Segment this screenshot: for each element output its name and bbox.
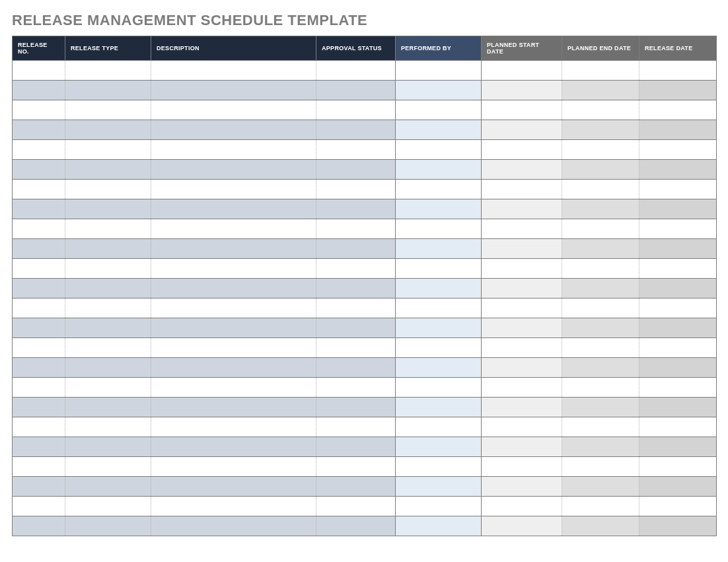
cell-release_type[interactable] — [65, 358, 151, 378]
cell-release_no[interactable] — [13, 160, 65, 180]
cell-release_no[interactable] — [13, 100, 65, 120]
cell-release_no[interactable] — [13, 120, 65, 140]
cell-release_date[interactable] — [639, 437, 717, 457]
cell-release_date[interactable] — [639, 318, 717, 338]
cell-planned_start_date[interactable] — [482, 199, 562, 219]
cell-planned_end_date[interactable] — [562, 318, 639, 338]
cell-planned_start_date[interactable] — [482, 160, 562, 180]
cell-description[interactable] — [151, 437, 316, 457]
cell-description[interactable] — [151, 199, 316, 219]
cell-approval_status[interactable] — [316, 338, 396, 358]
cell-release_no[interactable] — [13, 457, 65, 477]
cell-planned_end_date[interactable] — [562, 120, 639, 140]
cell-description[interactable] — [151, 219, 316, 239]
cell-planned_start_date[interactable] — [482, 437, 562, 457]
cell-planned_end_date[interactable] — [562, 259, 639, 279]
cell-release_type[interactable] — [65, 477, 151, 497]
cell-approval_status[interactable] — [316, 437, 396, 457]
cell-planned_start_date[interactable] — [482, 378, 562, 398]
cell-performed_by[interactable] — [396, 100, 482, 120]
cell-release_date[interactable] — [639, 417, 717, 437]
cell-release_no[interactable] — [13, 398, 65, 417]
cell-description[interactable] — [151, 516, 316, 536]
cell-planned_start_date[interactable] — [482, 497, 562, 516]
cell-planned_start_date[interactable] — [482, 120, 562, 140]
cell-release_type[interactable] — [65, 378, 151, 398]
cell-release_date[interactable] — [639, 61, 717, 81]
cell-release_no[interactable] — [13, 318, 65, 338]
cell-approval_status[interactable] — [316, 417, 396, 437]
cell-description[interactable] — [151, 318, 316, 338]
cell-planned_start_date[interactable] — [482, 219, 562, 239]
cell-planned_start_date[interactable] — [482, 457, 562, 477]
cell-planned_start_date[interactable] — [482, 417, 562, 437]
cell-planned_start_date[interactable] — [482, 299, 562, 318]
cell-planned_start_date[interactable] — [482, 516, 562, 536]
cell-release_date[interactable] — [639, 378, 717, 398]
cell-planned_end_date[interactable] — [562, 180, 639, 199]
cell-approval_status[interactable] — [316, 81, 396, 100]
cell-release_type[interactable] — [65, 398, 151, 417]
cell-release_type[interactable] — [65, 497, 151, 516]
cell-planned_start_date[interactable] — [482, 358, 562, 378]
cell-approval_status[interactable] — [316, 398, 396, 417]
cell-performed_by[interactable] — [396, 516, 482, 536]
cell-release_no[interactable] — [13, 516, 65, 536]
cell-release_no[interactable] — [13, 477, 65, 497]
cell-performed_by[interactable] — [396, 398, 482, 417]
cell-planned_end_date[interactable] — [562, 100, 639, 120]
cell-description[interactable] — [151, 378, 316, 398]
cell-release_no[interactable] — [13, 180, 65, 199]
cell-approval_status[interactable] — [316, 497, 396, 516]
cell-description[interactable] — [151, 279, 316, 299]
cell-release_date[interactable] — [639, 120, 717, 140]
cell-description[interactable] — [151, 140, 316, 160]
cell-performed_by[interactable] — [396, 497, 482, 516]
cell-planned_end_date[interactable] — [562, 516, 639, 536]
cell-release_date[interactable] — [639, 259, 717, 279]
cell-approval_status[interactable] — [316, 199, 396, 219]
cell-performed_by[interactable] — [396, 318, 482, 338]
cell-release_date[interactable] — [639, 180, 717, 199]
cell-approval_status[interactable] — [316, 120, 396, 140]
cell-planned_end_date[interactable] — [562, 199, 639, 219]
cell-performed_by[interactable] — [396, 140, 482, 160]
cell-release_date[interactable] — [639, 497, 717, 516]
cell-release_type[interactable] — [65, 239, 151, 259]
cell-description[interactable] — [151, 299, 316, 318]
cell-approval_status[interactable] — [316, 160, 396, 180]
cell-performed_by[interactable] — [396, 239, 482, 259]
cell-performed_by[interactable] — [396, 338, 482, 358]
cell-planned_end_date[interactable] — [562, 299, 639, 318]
cell-planned_start_date[interactable] — [482, 398, 562, 417]
cell-planned_start_date[interactable] — [482, 140, 562, 160]
cell-planned_end_date[interactable] — [562, 279, 639, 299]
cell-approval_status[interactable] — [316, 279, 396, 299]
cell-release_date[interactable] — [639, 516, 717, 536]
cell-description[interactable] — [151, 81, 316, 100]
cell-release_date[interactable] — [639, 100, 717, 120]
cell-performed_by[interactable] — [396, 417, 482, 437]
cell-release_type[interactable] — [65, 81, 151, 100]
cell-release_no[interactable] — [13, 358, 65, 378]
cell-description[interactable] — [151, 160, 316, 180]
cell-release_no[interactable] — [13, 140, 65, 160]
cell-performed_by[interactable] — [396, 160, 482, 180]
cell-release_no[interactable] — [13, 239, 65, 259]
cell-planned_end_date[interactable] — [562, 497, 639, 516]
cell-description[interactable] — [151, 259, 316, 279]
cell-release_no[interactable] — [13, 378, 65, 398]
cell-planned_start_date[interactable] — [482, 338, 562, 358]
cell-release_date[interactable] — [639, 338, 717, 358]
cell-planned_end_date[interactable] — [562, 239, 639, 259]
cell-description[interactable] — [151, 180, 316, 199]
cell-release_no[interactable] — [13, 417, 65, 437]
cell-planned_end_date[interactable] — [562, 477, 639, 497]
cell-description[interactable] — [151, 358, 316, 378]
cell-release_type[interactable] — [65, 140, 151, 160]
cell-release_date[interactable] — [639, 358, 717, 378]
cell-release_no[interactable] — [13, 497, 65, 516]
cell-release_date[interactable] — [639, 457, 717, 477]
cell-planned_end_date[interactable] — [562, 457, 639, 477]
cell-release_type[interactable] — [65, 338, 151, 358]
